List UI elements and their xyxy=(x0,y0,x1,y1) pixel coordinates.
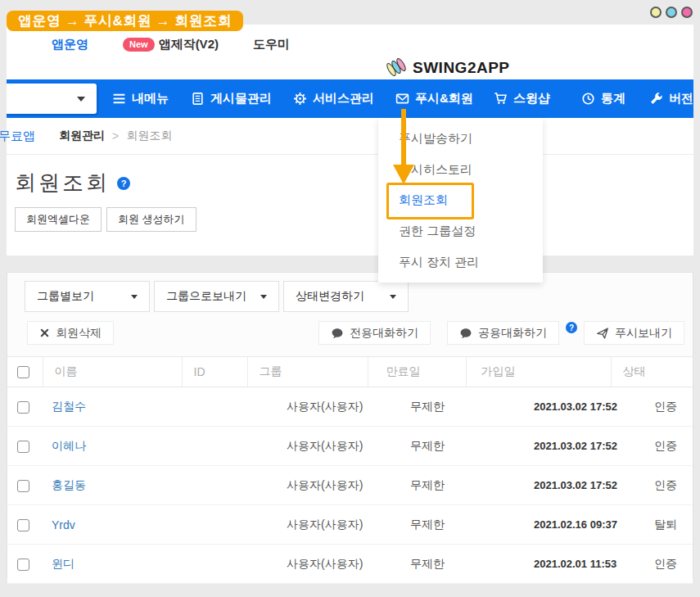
guide-path-badge: 앱운영 → 푸시&회원 → 회원조회 xyxy=(7,11,243,31)
cell-status: 인증 xyxy=(611,466,693,505)
cart-icon xyxy=(494,92,508,106)
menu-item-permission-group[interactable]: 권한 그룹설정 xyxy=(378,223,543,239)
header-link-app-manage[interactable]: 앱운영 xyxy=(52,37,88,52)
cell-joined: 2021.03.02 17:52 xyxy=(466,387,611,427)
cell-joined: 2021.02.01 11:53 xyxy=(466,545,611,584)
row-checkbox[interactable] xyxy=(17,401,29,414)
cell-group: 사용자(사용자) xyxy=(247,466,368,505)
select-group-view[interactable]: 그룹별보기 xyxy=(25,281,150,312)
table-row: 윈디사용자(사용자)무제한2021.02.01 11:53인증 xyxy=(7,545,693,584)
member-name-link[interactable]: 홍길동 xyxy=(52,478,86,491)
table-row: 홍길동사용자(사용자)무제한2021.03.02 17:52인증 xyxy=(7,466,693,505)
action-row: 회원삭제 전용대화하기 공용대화하기 ? xyxy=(27,321,684,345)
column-header-status: 상태 xyxy=(611,357,693,387)
nav-item-label: 버전관리 xyxy=(669,91,693,106)
top-header: 앱운영 New 앱제작(V2) 도우미 SWING2APP xyxy=(7,25,693,79)
cell-status: 인증 xyxy=(611,427,693,466)
member-name-link[interactable]: Yrdv xyxy=(52,518,75,531)
paper-plane-icon xyxy=(596,327,609,340)
member-name-link[interactable]: 윈디 xyxy=(52,557,75,570)
nav-item-my-menu[interactable]: 내메뉴 xyxy=(112,79,169,118)
menu-item-push-send[interactable]: 푸시발송하기 xyxy=(378,130,543,147)
cell-status: 인증 xyxy=(611,545,693,584)
select-all-checkbox[interactable] xyxy=(17,366,29,378)
member-name-link[interactable]: 이혜나 xyxy=(52,439,86,452)
table-header-row: 이름 ID 그룹 만료일 가입일 상태 xyxy=(7,357,693,387)
nav-item-label: 스윙샵 xyxy=(513,91,550,106)
window-dot-pink[interactable] xyxy=(681,7,693,18)
push-member-dropdown-menu: 푸시발송하기푸시히스토리회원조회권한 그룹설정푸시 장치 관리 xyxy=(378,118,543,283)
public-chat-button[interactable]: 공용대화하기 xyxy=(447,321,559,345)
column-header-joined: 가입일 xyxy=(466,357,611,387)
cell-joined: 2021.03.02 17:52 xyxy=(466,466,611,505)
column-header-group: 그룹 xyxy=(247,357,368,387)
nav-item-version-manage[interactable]: 버전관리 xyxy=(649,79,693,118)
cell-status: 인증 xyxy=(611,387,693,427)
document-icon xyxy=(191,92,205,106)
window-dot-cyan[interactable] xyxy=(666,7,677,18)
cell-group: 사용자(사용자) xyxy=(247,387,368,427)
nav-item-post-manage[interactable]: 게시물관리 xyxy=(191,79,272,118)
row-checkbox[interactable] xyxy=(17,480,29,492)
page-header-section: 무료앱 회원관리 > 회원조회 회원조회 ? 회원엑셀다운 회원 생성하기 xyxy=(7,118,693,256)
menu-item-member-lookup[interactable]: 회원조회 xyxy=(378,192,543,208)
window-dot-yellow[interactable] xyxy=(650,7,662,18)
logo-text: SWING2APP xyxy=(413,59,510,77)
chat-bubble-icon xyxy=(459,327,472,340)
cell-expire: 무제한 xyxy=(368,545,466,584)
header-link-app-build[interactable]: New 앱제작(V2) xyxy=(123,37,219,52)
cell-id xyxy=(182,545,247,584)
table-row: 김철수사용자(사용자)무제한2021.03.02 17:52인증 xyxy=(7,387,693,427)
window-controls xyxy=(650,7,693,18)
menu-item-push-device[interactable]: 푸시 장치 관리 xyxy=(378,254,543,270)
cell-id xyxy=(182,427,247,466)
nav-item-service-manage[interactable]: 서비스관리 xyxy=(293,79,374,118)
row-checkbox[interactable] xyxy=(17,559,29,571)
cell-status: 탈퇴 xyxy=(611,505,693,545)
select-value: 그룹별보기 xyxy=(37,289,94,304)
member-excel-download-button[interactable]: 회원엑셀다운 xyxy=(15,207,102,232)
wrench-icon xyxy=(649,92,663,106)
screenshot-root: 앱운영 New 앱제작(V2) 도우미 SWING2APP 내메뉴게시물관리서비… xyxy=(0,0,700,597)
breadcrumb-page: 회원조회 xyxy=(126,129,172,143)
column-header-id: ID xyxy=(182,357,247,387)
cell-group: 사용자(사용자) xyxy=(247,427,368,466)
chevron-down-icon xyxy=(260,295,267,299)
push-send-button[interactable]: 푸시보내기 xyxy=(584,321,684,345)
member-create-button[interactable]: 회원 생성하기 xyxy=(106,207,196,232)
header-link-helper[interactable]: 도우미 xyxy=(253,37,290,52)
header-links: 앱운영 New 앱제작(V2) 도우미 xyxy=(52,37,290,52)
member-table: 이름 ID 그룹 만료일 가입일 상태 김철수사용자(사용자)무제한2021.0… xyxy=(7,356,693,584)
menu-item-push-history[interactable]: 푸시히스토리 xyxy=(378,161,543,178)
private-chat-button[interactable]: 전용대화하기 xyxy=(318,321,431,345)
member-name-link[interactable]: 김철수 xyxy=(52,400,86,413)
nav-item-label: 내메뉴 xyxy=(132,91,169,106)
nav-item-stats[interactable]: 통계 xyxy=(581,79,625,118)
row-checkbox[interactable] xyxy=(17,519,29,531)
chevron-down-icon xyxy=(131,295,138,299)
cell-expire: 무제한 xyxy=(368,505,466,545)
nav-item-label: 서비스관리 xyxy=(313,91,374,106)
nav-item-label: 게시물관리 xyxy=(210,91,272,106)
x-icon xyxy=(39,328,50,338)
nav-item-push-member[interactable]: 푸시&회원 xyxy=(395,79,473,118)
help-icon[interactable]: ? xyxy=(117,177,130,190)
right-actions: 전용대화하기 공용대화하기 ? 푸시보내기 xyxy=(318,321,684,345)
new-badge: New xyxy=(123,38,155,52)
main-navbar: 내메뉴게시물관리서비스관리푸시&회원스윙샵통계버전관리 xyxy=(7,79,693,118)
help-icon[interactable]: ? xyxy=(566,322,577,333)
cell-group: 사용자(사용자) xyxy=(247,505,368,545)
page-title: 회원조회 ? xyxy=(15,169,693,197)
cell-expire: 무제한 xyxy=(368,466,466,505)
member-delete-button[interactable]: 회원삭제 xyxy=(27,321,114,345)
swing2app-logo[interactable]: SWING2APP xyxy=(384,57,510,79)
nav-item-label: 통계 xyxy=(601,91,625,106)
row-checkbox[interactable] xyxy=(17,441,29,453)
breadcrumb-app-name[interactable]: 무료앱 xyxy=(0,129,35,144)
cell-id xyxy=(182,387,247,427)
select-group-send[interactable]: 그룹으로보내기 xyxy=(154,281,279,312)
column-header-name: 이름 xyxy=(43,357,182,387)
nav-item-swing-shop[interactable]: 스윙샵 xyxy=(494,79,550,118)
app-select[interactable] xyxy=(7,84,97,114)
select-status-change[interactable]: 상태변경하기 xyxy=(283,281,409,312)
